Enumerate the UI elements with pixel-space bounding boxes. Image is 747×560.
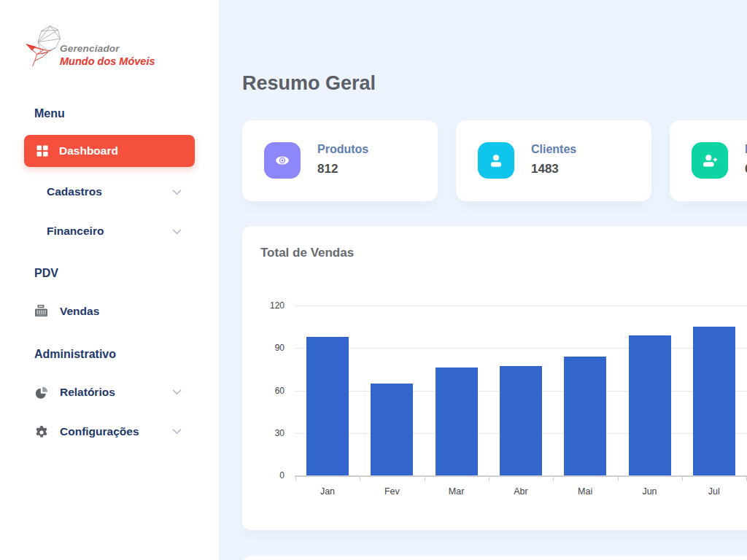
sidebar-item-label: Financeiro bbox=[47, 225, 104, 238]
chart-bar-jul bbox=[693, 327, 735, 475]
x-axis-tick bbox=[682, 477, 683, 481]
x-axis-tick bbox=[295, 477, 296, 481]
sidebar-item-financeiro[interactable]: Financeiro bbox=[0, 222, 219, 245]
sidebar-item-relatorios[interactable]: Relatórios bbox=[0, 382, 219, 405]
main-content: Resumo Geral Produtos 812 bbox=[219, 0, 747, 560]
brand-name-line2: Mundo dos Móveis bbox=[60, 56, 155, 68]
brand-logo: Gerenciador Mundo dos Móveis bbox=[25, 20, 200, 71]
user-plus-icon bbox=[692, 142, 728, 179]
x-axis-category-label: Mai bbox=[560, 486, 611, 497]
sidebar-item-vendas[interactable]: Vendas bbox=[0, 301, 219, 324]
y-axis-tick-label: 0 bbox=[242, 470, 285, 481]
chart-bar-mai bbox=[564, 357, 606, 475]
grid-line bbox=[295, 306, 747, 306]
card-label: Clientes bbox=[531, 143, 576, 156]
section-label-administrativo: Administrativo bbox=[34, 348, 116, 361]
eye-icon bbox=[264, 142, 301, 179]
y-axis-tick-label: 120 bbox=[242, 300, 285, 311]
x-axis-category-label: Abr bbox=[495, 486, 546, 497]
grid-line bbox=[295, 348, 747, 349]
chart-bar-abr bbox=[500, 366, 542, 475]
sidebar-item-configuracoes[interactable]: Configurações bbox=[0, 421, 219, 445]
page-title: Resumo Geral bbox=[242, 72, 376, 95]
y-axis-tick-label: 30 bbox=[242, 428, 285, 438]
sidebar: Gerenciador Mundo dos Móveis Menu Dashbo… bbox=[0, 0, 219, 560]
user-icon bbox=[478, 142, 514, 179]
sales-chart-card: Total de Vendas 0306090120JanFevMarAbrMa… bbox=[242, 226, 747, 530]
y-axis-tick-label: 90 bbox=[242, 343, 285, 353]
chart-bar-jun bbox=[629, 335, 671, 475]
y-axis-tick-label: 60 bbox=[242, 386, 285, 396]
section-label-menu: Menu bbox=[34, 107, 65, 120]
chevron-down-icon bbox=[172, 429, 182, 435]
sidebar-item-label: Dashboard bbox=[59, 144, 118, 158]
brand-name-line1: Gerenciador bbox=[60, 44, 155, 55]
x-axis-tick bbox=[489, 477, 489, 481]
card-value: 1483 bbox=[531, 162, 559, 176]
sidebar-item-cadastros[interactable]: Cadastros bbox=[0, 182, 219, 206]
summary-card-fornecedores: Fornecedores 6 bbox=[670, 120, 747, 201]
x-axis-tick bbox=[425, 477, 425, 481]
x-axis-tick bbox=[553, 477, 554, 481]
gear-icon bbox=[34, 425, 49, 440]
chevron-down-icon bbox=[172, 190, 182, 195]
chevron-down-icon bbox=[172, 229, 182, 235]
x-axis-category-label: Jul bbox=[689, 486, 740, 497]
x-axis-category-label: Jan bbox=[302, 486, 353, 497]
cash-register-icon bbox=[34, 305, 48, 317]
x-axis-line bbox=[295, 475, 747, 477]
chart-bar-jan bbox=[306, 337, 349, 475]
dashboard-grid-icon bbox=[35, 144, 50, 158]
sidebar-item-label: Relatórios bbox=[60, 386, 115, 399]
summary-card-produtos: Produtos 812 bbox=[242, 120, 438, 201]
lower-card-partial bbox=[242, 556, 747, 560]
app-window: Gerenciador Mundo dos Móveis Menu Dashbo… bbox=[0, 0, 747, 560]
brand-mesh-icon bbox=[25, 22, 61, 70]
chart-bar-fev bbox=[371, 384, 413, 475]
x-axis-category-label: Mar bbox=[431, 486, 482, 497]
x-axis-category-label: Jun bbox=[624, 486, 676, 497]
sidebar-item-dashboard[interactable]: Dashboard bbox=[24, 135, 195, 167]
chevron-down-icon bbox=[172, 389, 182, 395]
summary-card-clientes: Clientes 1483 bbox=[456, 120, 651, 201]
x-axis-category-label: Fev bbox=[366, 486, 417, 497]
sidebar-item-label: Configurações bbox=[60, 425, 139, 438]
section-label-pdv: PDV bbox=[34, 267, 58, 280]
card-value: 812 bbox=[317, 162, 338, 176]
x-axis-tick bbox=[618, 477, 619, 481]
sidebar-item-label: Cadastros bbox=[47, 185, 102, 198]
x-axis-tick bbox=[360, 477, 360, 481]
sidebar-item-label: Vendas bbox=[60, 305, 99, 318]
card-label: Produtos bbox=[317, 143, 368, 156]
pie-chart-icon bbox=[34, 386, 49, 400]
chart-bar-mar bbox=[436, 368, 478, 475]
bar-chart: 0306090120JanFevMarAbrMaiJunJul bbox=[242, 226, 747, 530]
